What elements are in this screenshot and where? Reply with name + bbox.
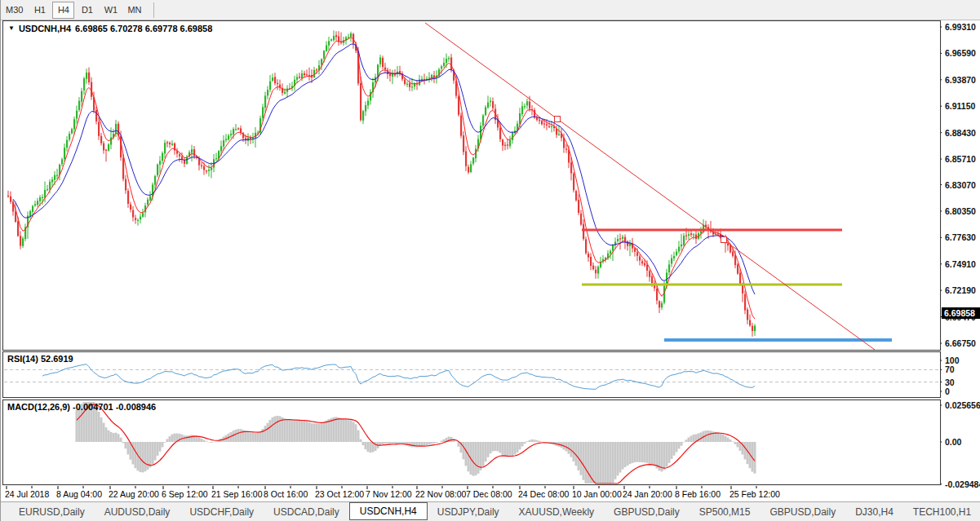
- price-axis-label: 6.74910: [945, 259, 976, 269]
- timeframe-toolbar: M30H1H4D1W1MN: [1, 0, 980, 20]
- date-tick-label: 24 Jan 20:00: [623, 489, 672, 499]
- date-tick-label: 10 Jan 00:00: [572, 489, 622, 499]
- chart-tab-usdjpy-daily[interactable]: USDJPY,Daily: [428, 504, 509, 520]
- macd-panel[interactable]: MACD(12,26,9) -0.004701 -0.008946: [2, 400, 941, 485]
- rsi-axis-label: 70: [945, 364, 955, 374]
- chart-tab-dj30-h4[interactable]: DJ30,H4: [845, 504, 903, 520]
- timeframe-button-h4[interactable]: H4: [52, 2, 74, 19]
- price-axis-label: 6.96590: [945, 48, 976, 58]
- chart-tab-eurusd-daily[interactable]: EURUSD,Daily: [9, 504, 95, 520]
- price-axis-label: 6.72190: [945, 285, 976, 295]
- chart-tab-xauusd-weekly[interactable]: XAUUSD,Weekly: [509, 504, 604, 520]
- price-axis-label: 6.99310: [945, 22, 976, 32]
- date-tick-label: 22 Nov 08:00: [415, 489, 466, 499]
- price-axis-label: 6.85710: [945, 154, 976, 164]
- date-tick-label: 25 Feb 12:00: [729, 489, 780, 499]
- rsi-panel[interactable]: RSI(14) 52.6919: [2, 351, 941, 398]
- current-price-tag: 6.69858: [942, 307, 980, 319]
- price-axis-label: 6.66750: [945, 338, 976, 348]
- chart-tab-usdcad-daily[interactable]: USDCAD,Daily: [264, 504, 349, 520]
- chart-tab-usdcnh-h4[interactable]: USDCNH,H4: [349, 502, 428, 520]
- chart-tab-bar: EURUSD,DailyAUDUSD,DailyUSDCHF,DailyUSDC…: [1, 501, 980, 521]
- date-tick-label: 8 Feb 16:00: [675, 489, 721, 499]
- price-axis[interactable]: 6.993106.965906.938706.911506.884306.857…: [942, 20, 980, 486]
- rsi-axis-label: 0: [945, 386, 950, 396]
- symbol-dropdown-icon[interactable]: ▼: [8, 24, 15, 32]
- macd-axis-label: 0.025656: [945, 400, 980, 410]
- price-axis-label: 6.88430: [945, 128, 976, 138]
- chart-tab-sp500-m15[interactable]: SP500,M15: [690, 504, 760, 520]
- date-tick-label: 7 Dec 08:00: [466, 489, 512, 499]
- date-tick-label: 6 Sep 12:00: [162, 489, 208, 499]
- price-axis-label: 6.77630: [945, 232, 976, 242]
- price-axis-label: 6.83070: [945, 180, 976, 190]
- timeframe-button-m30[interactable]: M30: [2, 2, 27, 19]
- rsi-axis-label: 30: [945, 378, 955, 387]
- timeframe-button-d1[interactable]: D1: [76, 2, 98, 19]
- rsi-label: RSI(14) 52.6919: [7, 354, 73, 364]
- date-tick-label: 8 Oct 16:00: [264, 489, 308, 499]
- date-tick-label: 21 Sep 16:00: [211, 489, 262, 499]
- date-tick-label: 24 Dec 08:00: [518, 489, 569, 499]
- date-tick-label: 22 Aug 20:00: [109, 489, 159, 499]
- chart-symbol-timeframe: USDCNH,H4: [19, 24, 71, 33]
- price-axis-label: 6.80350: [945, 206, 976, 216]
- chart-tab-gbpusd-daily[interactable]: GBPUSD,Daily: [604, 504, 690, 520]
- chart-title: ▼ USDCNH,H4 6.69865 6.70278 6.69778 6.69…: [8, 24, 212, 33]
- main-chart-panel[interactable]: ▼ USDCNH,H4 6.69865 6.70278 6.69778 6.69…: [2, 20, 941, 351]
- date-tick-label: 24 Jul 2018: [5, 489, 49, 499]
- price-axis-label: 6.91150: [945, 101, 975, 111]
- timeframe-button-mn[interactable]: MN: [123, 2, 145, 19]
- price-axis-label: 6.93870: [945, 75, 976, 85]
- macd-label: MACD(12,26,9) -0.004701 -0.008946: [7, 402, 156, 412]
- chart-ohlc-values: 6.69865 6.70278 6.69778 6.69858: [75, 24, 212, 33]
- timeframe-button-w1[interactable]: W1: [100, 2, 122, 19]
- toolbar-separator: [153, 2, 154, 18]
- chart-tab-audusd-daily[interactable]: AUDUSD,Daily: [95, 504, 180, 520]
- macd-axis-label: -0.029484: [945, 479, 980, 489]
- date-tick-label: 7 Nov 12:00: [366, 489, 412, 499]
- chart-tab-tech100-h1[interactable]: TECH100,H1: [903, 504, 980, 520]
- date-axis[interactable]: 24 Jul 20188 Aug 04:0022 Aug 20:006 Sep …: [1, 486, 980, 501]
- timeframe-button-h1[interactable]: H1: [29, 2, 51, 19]
- rsi-axis-label: 100: [945, 355, 960, 365]
- date-tick-label: 8 Aug 04:00: [56, 489, 102, 499]
- date-tick-label: 23 Oct 12:00: [315, 489, 364, 499]
- macd-axis-label: 0.00: [945, 437, 961, 447]
- chart-tab-gbpusd-daily[interactable]: GBPUSD,Daily: [760, 504, 845, 520]
- chart-tab-usdchf-daily[interactable]: USDCHF,Daily: [180, 504, 264, 520]
